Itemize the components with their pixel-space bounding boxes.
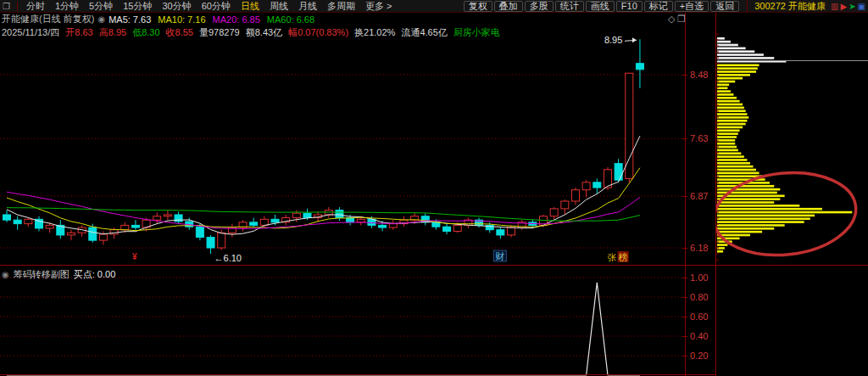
ma-value-1: MA10: 7.16 bbox=[158, 14, 205, 25]
chip-distribution-panel[interactable] bbox=[716, 25, 868, 264]
diamond-icon[interactable]: ◇ bbox=[668, 14, 675, 25]
ma-value-0: MA5: 7.63 bbox=[108, 14, 151, 25]
info-part-0: 2025/11/13/四 bbox=[2, 26, 59, 39]
period-item-5[interactable]: 60分钟 bbox=[197, 0, 236, 13]
info-part-9: 流通4.65亿 bbox=[401, 26, 447, 39]
info-part-4: 收8.55 bbox=[166, 26, 193, 39]
period-item-8[interactable]: 月线 bbox=[293, 0, 322, 13]
ohlc-info-line: 2025/11/13/四开8.63高8.95低8.30收8.55量978279额… bbox=[2, 26, 500, 39]
ma-values: MA5: 7.63MA10: 7.16MA20: 6.85MA60: 6.68 bbox=[108, 14, 321, 25]
period-menu: 分时1分钟5分钟15分钟30分钟60分钟日线周线月线多周期更多 > bbox=[21, 0, 397, 13]
tool-button-2[interactable]: 多股 bbox=[525, 1, 554, 12]
sub-panel-title: 筹码转移副图 bbox=[14, 268, 70, 281]
info-part-3: 低8.30 bbox=[132, 26, 159, 39]
sub-axis-label: 0.20 bbox=[690, 351, 708, 361]
toolbar-right: 复权叠加多股统计画线F10标记+自选返回 300272 开能健康 ▥ ▶ ➤ ▣ bbox=[463, 0, 868, 13]
low-price-callout: ←6.10 bbox=[214, 253, 242, 263]
chart-header: 开能健康(日线 前复权) ◉ MA5: 7.63MA10: 7.16MA20: … bbox=[0, 13, 716, 25]
window-icon[interactable]: ❐ bbox=[3, 2, 10, 11]
period-item-2[interactable]: 5分钟 bbox=[84, 0, 118, 13]
rank-badge: 张 bbox=[608, 252, 617, 262]
period-item-7[interactable]: 周线 bbox=[264, 0, 293, 13]
chart-title: 开能健康(日线 前复权) bbox=[2, 13, 94, 25]
dividend-event-icon: ¥ bbox=[132, 252, 137, 261]
ma-value-3: MA60: 6.68 bbox=[267, 14, 314, 25]
info-part-6: 额8.43亿 bbox=[246, 26, 282, 39]
period-item-3[interactable]: 15分钟 bbox=[118, 0, 157, 13]
main-candlestick-chart[interactable]: 8.95←6.10¥财张榜 bbox=[0, 25, 685, 263]
info-part-5: 量978279 bbox=[199, 26, 240, 39]
trading-app-window: ❐ 分时1分钟5分钟15分钟30分钟60分钟日线周线月线多周期更多 > 复权叠加… bbox=[0, 0, 868, 376]
top-menu-bar: ❐ 分时1分钟5分钟15分钟30分钟60分钟日线周线月线多周期更多 > 复权叠加… bbox=[0, 0, 868, 13]
ma-value-2: MA20: 6.85 bbox=[213, 14, 260, 25]
green-arrow-icon[interactable]: ➤ bbox=[849, 2, 855, 11]
buy-point-value: 买点: 0.00 bbox=[74, 268, 116, 281]
finance-report-badge: 财 bbox=[495, 251, 504, 261]
chart-right-border bbox=[685, 13, 686, 376]
sub-indicator-chart[interactable] bbox=[0, 266, 685, 376]
tool-buttons: 复权叠加多股统计画线F10标记+自选返回 bbox=[463, 1, 740, 12]
period-item-0[interactable]: 分时 bbox=[21, 0, 50, 13]
period-item-9[interactable]: 多周期 bbox=[322, 0, 360, 13]
high-price-callout: 8.95 bbox=[604, 35, 622, 45]
tool-button-7[interactable]: +自选 bbox=[675, 1, 709, 12]
info-part-2: 高8.95 bbox=[99, 26, 126, 39]
tool-button-3[interactable]: 统计 bbox=[555, 1, 584, 12]
panel-divider[interactable] bbox=[0, 265, 868, 266]
indicator-toggle-icon[interactable]: ◉ bbox=[97, 14, 105, 24]
info-part-7: 幅0.07(0.83%) bbox=[288, 26, 348, 39]
tool-button-1[interactable]: 叠加 bbox=[494, 1, 523, 12]
tool-button-4[interactable]: 画线 bbox=[586, 1, 615, 12]
price-axis-label: 8.48 bbox=[690, 70, 708, 80]
period-item-4[interactable]: 30分钟 bbox=[157, 0, 196, 13]
axis-right-border bbox=[715, 13, 716, 376]
info-part-8: 换21.02% bbox=[354, 26, 395, 39]
sub-axis-label: 0.80 bbox=[690, 292, 708, 302]
price-axis-label: 7.63 bbox=[690, 133, 708, 143]
tool-button-6[interactable]: 标记 bbox=[644, 1, 673, 12]
price-axis-label: 6.87 bbox=[690, 191, 708, 201]
sub-axis-label: 1.00 bbox=[690, 272, 708, 283]
sub-axis-label: 0.60 bbox=[690, 311, 708, 322]
rank-badge-2: 榜 bbox=[619, 252, 628, 262]
period-item-1[interactable]: 1分钟 bbox=[50, 0, 84, 13]
period-item-10[interactable]: 更多 > bbox=[360, 0, 397, 13]
screen-icon[interactable]: ▣ bbox=[858, 2, 865, 11]
sub-axis-label: 0.40 bbox=[690, 331, 708, 341]
tool-button-0[interactable]: 复权 bbox=[464, 1, 492, 12]
sub-indicator-icon[interactable]: ◉ bbox=[2, 270, 9, 279]
divider bbox=[17, 2, 18, 11]
tool-button-5[interactable]: F10 bbox=[616, 1, 643, 12]
sub-panel-header: ◉ 筹码转移副图 买点: 0.00 bbox=[2, 268, 115, 281]
bottom-border bbox=[0, 374, 716, 375]
price-axis-label: 6.18 bbox=[690, 243, 708, 253]
period-item-6[interactable]: 日线 bbox=[236, 0, 264, 13]
mini-chart-icon[interactable]: ▥ bbox=[831, 2, 838, 11]
mini-icons: ▥ ▶ ➤ ▣ bbox=[831, 2, 865, 11]
stock-code-label[interactable]: 300272 开能健康 bbox=[747, 0, 826, 13]
flag-icon[interactable]: ▶ bbox=[840, 2, 847, 11]
info-part-10: 厨房小家电 bbox=[453, 26, 500, 39]
info-part-1: 开8.63 bbox=[65, 26, 92, 39]
tool-button-8[interactable]: 返回 bbox=[710, 1, 739, 12]
